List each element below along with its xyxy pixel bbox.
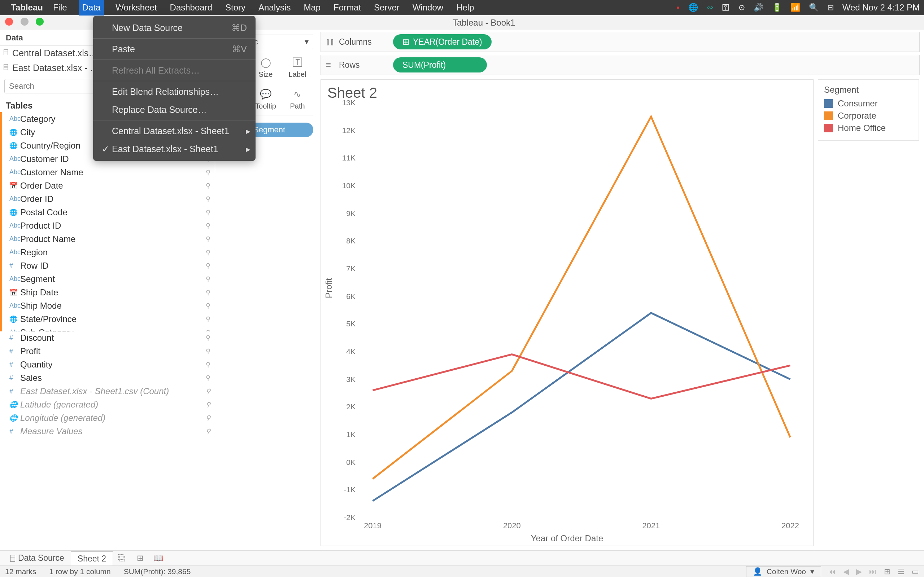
new-story-button[interactable]: 📖 bbox=[149, 554, 167, 563]
chart-line[interactable] bbox=[373, 355, 790, 399]
rows-shelf[interactable]: ≡ Rows SUM(Profit) bbox=[320, 55, 920, 75]
legend-swatch bbox=[824, 111, 833, 120]
field-item[interactable]: 🌐Longitude (generated)⚲ bbox=[2, 411, 215, 425]
menu-new-data-source[interactable]: New Data Source⌘D bbox=[93, 19, 255, 37]
chart-line[interactable] bbox=[373, 116, 790, 479]
list-view-icon[interactable]: ☰ bbox=[898, 567, 905, 576]
label-icon: 🅃 bbox=[293, 57, 302, 68]
menu-format[interactable]: Format bbox=[332, 3, 362, 13]
menu-data[interactable]: Data bbox=[79, 0, 104, 16]
minimize-window-button[interactable] bbox=[21, 18, 29, 26]
menu-story[interactable]: Story bbox=[224, 3, 247, 13]
menu-worksheet[interactable]: Worksheet bbox=[114, 3, 158, 13]
link-icon: ⚲ bbox=[206, 387, 210, 395]
y-tick: 8K bbox=[346, 237, 355, 245]
field-item[interactable]: #East Dataset.xlsx - Sheet1.csv (Count)⚲ bbox=[2, 385, 215, 398]
tray-icon-1[interactable]: ▪ bbox=[677, 3, 680, 12]
legend-item[interactable]: Corporate bbox=[824, 111, 913, 121]
field-item[interactable]: #Profit⚲ bbox=[2, 345, 215, 358]
field-item[interactable]: AbcShip Mode⚲ bbox=[2, 299, 215, 312]
menubar-clock[interactable]: Wed Nov 2 4:12 PM bbox=[842, 3, 920, 13]
link-icon: ⚲ bbox=[206, 361, 210, 369]
legend-title: Segment bbox=[824, 85, 913, 95]
grid-view-icon[interactable]: ⊞ bbox=[884, 567, 890, 576]
macos-menubar: Tableau File Data Worksheet Dashboard St… bbox=[0, 0, 924, 15]
field-item[interactable]: AbcOrder ID⚲ bbox=[2, 192, 215, 206]
menu-help[interactable]: Help bbox=[455, 3, 475, 13]
field-item[interactable]: AbcSub-Category⚲ bbox=[2, 326, 215, 331]
tray-icon-globe[interactable]: 🌐 bbox=[688, 3, 698, 12]
worksheet-area: ⫿⫿ Columns ⊞YEAR(Order Date) ≡ Rows SUM(… bbox=[316, 30, 924, 550]
field-type-icon: Abc bbox=[10, 302, 20, 309]
nav-next-icon[interactable]: ▶ bbox=[856, 567, 862, 576]
x-axis-label: Year of Order Date bbox=[321, 533, 813, 543]
control-center-icon[interactable]: ⊟ bbox=[827, 3, 834, 12]
field-item[interactable]: AbcSegment⚲ bbox=[2, 272, 215, 285]
pill-year-order-date[interactable]: ⊞YEAR(Order Date) bbox=[393, 34, 492, 49]
menu-file[interactable]: File bbox=[52, 3, 69, 13]
tab-data-source[interactable]: ⌸Data Source bbox=[3, 551, 71, 566]
field-item[interactable]: #Measure Values⚲ bbox=[2, 425, 215, 438]
y-tick: 4K bbox=[346, 347, 355, 356]
field-type-icon: # bbox=[10, 262, 20, 269]
field-item[interactable]: #Quantity⚲ bbox=[2, 358, 215, 371]
field-item[interactable]: #Row ID⚲ bbox=[2, 259, 215, 272]
nav-first-icon[interactable]: ⏮ bbox=[828, 567, 836, 576]
field-item[interactable]: AbcProduct ID⚲ bbox=[2, 219, 215, 232]
new-dashboard-button[interactable]: ⊞ bbox=[131, 554, 149, 563]
tab-sheet-2[interactable]: Sheet 2 bbox=[71, 551, 113, 566]
presentation-icon[interactable]: ▭ bbox=[912, 567, 919, 576]
field-item[interactable]: AbcProduct Name⚲ bbox=[2, 232, 215, 246]
chart-line[interactable] bbox=[373, 313, 790, 501]
tray-icon-swirl[interactable]: ∾ bbox=[707, 3, 713, 12]
zoom-window-button[interactable] bbox=[36, 18, 44, 26]
battery-icon[interactable]: 🔋 bbox=[772, 3, 782, 12]
field-item[interactable]: AbcCustomer Name⚲ bbox=[2, 166, 215, 179]
user-selector[interactable]: 👤 Colten Woo ▾ bbox=[746, 566, 821, 577]
field-item[interactable]: 📅Order Date⚲ bbox=[2, 179, 215, 192]
legend-item[interactable]: Consumer bbox=[824, 98, 913, 108]
link-icon: ⚲ bbox=[206, 334, 210, 342]
spotlight-icon[interactable]: 🔍 bbox=[809, 3, 819, 12]
menu-ds-central[interactable]: Central Dataset.xlsx - Sheet1▸ bbox=[93, 122, 255, 140]
link-icon: ⚲ bbox=[206, 315, 210, 323]
close-window-button[interactable] bbox=[5, 18, 13, 26]
field-item[interactable]: #Sales⚲ bbox=[2, 371, 215, 385]
menu-window[interactable]: Window bbox=[411, 3, 445, 13]
columns-shelf[interactable]: ⫿⫿ Columns ⊞YEAR(Order Date) bbox=[320, 32, 920, 52]
field-item[interactable]: AbcRegion⚲ bbox=[2, 246, 215, 259]
x-tick: 2019 bbox=[364, 521, 381, 530]
marks-label[interactable]: 🅃Label bbox=[282, 52, 313, 83]
app-name[interactable]: Tableau bbox=[11, 3, 43, 13]
field-item[interactable]: 🌐State/Province⚲ bbox=[2, 312, 215, 326]
menu-server[interactable]: Server bbox=[373, 3, 401, 13]
menu-paste[interactable]: Paste⌘V bbox=[93, 40, 255, 58]
y-tick: 6K bbox=[346, 292, 355, 301]
volume-icon[interactable]: 🔊 bbox=[754, 3, 763, 12]
legend-item[interactable]: Home Office bbox=[824, 123, 913, 133]
chart-view[interactable]: Sheet 2 Profit 13K12K11K10K9K8K7K6K5K4K3… bbox=[320, 79, 814, 546]
field-item[interactable]: #Discount⚲ bbox=[2, 331, 215, 345]
menu-ds-east[interactable]: ✓East Dataset.xlsx - Sheet1▸ bbox=[93, 140, 255, 158]
menu-edit-blend[interactable]: Edit Blend Relationships… bbox=[93, 82, 255, 101]
color-legend[interactable]: Segment ConsumerCorporateHome Office bbox=[818, 79, 919, 141]
menu-analysis[interactable]: Analysis bbox=[257, 3, 292, 13]
menu-map[interactable]: Map bbox=[302, 3, 322, 13]
tray-icon-play[interactable]: ⊙ bbox=[738, 3, 745, 12]
tray-icon-key[interactable]: ⚿ bbox=[722, 3, 730, 12]
data-menu-dropdown: New Data Source⌘D Paste⌘V Refresh All Ex… bbox=[93, 16, 255, 161]
wifi-icon[interactable]: 📶 bbox=[790, 3, 800, 12]
sheet-title[interactable]: Sheet 2 bbox=[327, 85, 807, 101]
menu-dashboard[interactable]: Dashboard bbox=[168, 3, 214, 13]
chevron-right-icon: ▸ bbox=[246, 126, 250, 136]
field-item[interactable]: 🌐Latitude (generated)⚲ bbox=[2, 398, 215, 411]
field-item[interactable]: 🌐Postal Code⚲ bbox=[2, 206, 215, 219]
nav-prev-icon[interactable]: ◀ bbox=[843, 567, 849, 576]
menu-replace-data-source[interactable]: Replace Data Source… bbox=[93, 101, 255, 119]
field-item[interactable]: 📅Ship Date⚲ bbox=[2, 285, 215, 299]
marks-path[interactable]: ∿Path bbox=[282, 84, 313, 115]
pill-sum-profit[interactable]: SUM(Profit) bbox=[393, 57, 487, 73]
chart-plot[interactable] bbox=[357, 103, 806, 517]
new-worksheet-button[interactable]: ⿻ bbox=[113, 554, 131, 563]
nav-last-icon[interactable]: ⏭ bbox=[869, 567, 877, 576]
